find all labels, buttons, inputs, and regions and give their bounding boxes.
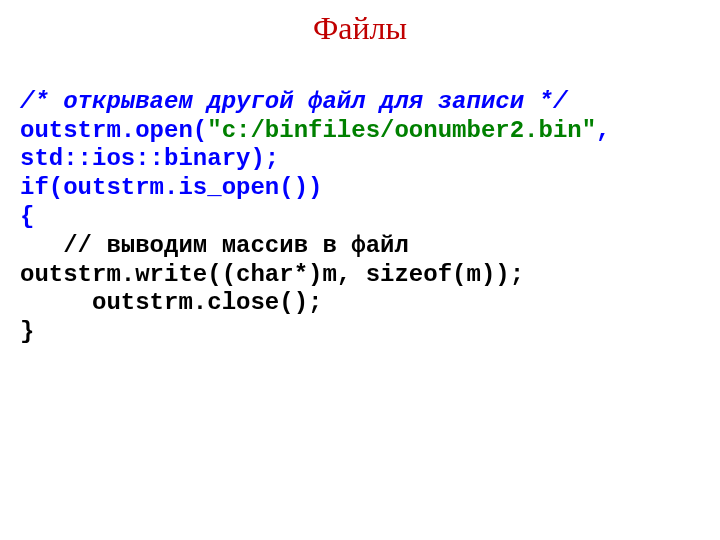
code-write: outstrm.write((char*)m, sizeof(m)); [20,261,524,288]
code-string-path: "c:/binfiles/oonumber2.bin" [207,117,596,144]
code-open-tail: , [596,117,625,144]
code-if-isopen: if(outstrm.is_open()) [20,174,322,201]
slide-title: Файлы [0,0,720,59]
slide: Файлы /* открываем другой файл для запис… [0,0,720,540]
code-block: /* открываем другой файл для записи */ o… [0,59,720,376]
code-open-call: outstrm.open( [20,117,207,144]
code-brace-open: { [20,203,34,230]
code-comment-array: // выводим массив в файл [20,232,409,259]
code-comment-open: /* открываем другой файл для записи */ [20,88,567,115]
code-close: outstrm.close(); [20,289,322,316]
code-ios-binary: std::ios::binary); [20,145,279,172]
code-brace-close: } [20,318,34,345]
